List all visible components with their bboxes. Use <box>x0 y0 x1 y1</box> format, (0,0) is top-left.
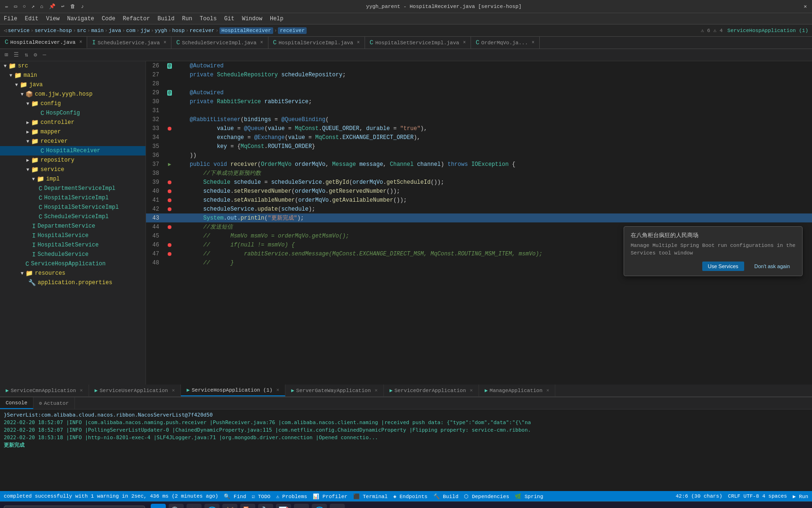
tree-repository[interactable]: ▶ 📁 repository <box>0 156 146 165</box>
tree-schedule-service-impl[interactable]: C ScheduleServiceImpl <box>0 212 146 221</box>
menu-edit[interactable]: Edit <box>21 13 42 24</box>
tab-close-schedule-service-impl[interactable]: × <box>260 40 263 45</box>
menu-build[interactable]: Build <box>154 13 178 24</box>
tree-hospital-service-impl[interactable]: C HospitalServiceImpl <box>0 193 146 203</box>
run-tab-manage-close[interactable]: × <box>546 388 550 393</box>
problems-icon[interactable]: ⚠ Problems <box>276 493 307 500</box>
tree-java[interactable]: ▼ 📁 java <box>0 80 146 90</box>
breadcrumb-com[interactable]: com <box>126 28 136 33</box>
toolbar-icon-close[interactable]: ✕ <box>802 3 808 9</box>
find-icon[interactable]: 🔍 Find <box>224 493 246 500</box>
breadcrumb-hospital-receiver[interactable]: HospitalReceiver <box>219 27 273 34</box>
mapper-arrow[interactable]: ▶ <box>24 129 31 135</box>
menu-window[interactable]: Window <box>238 13 266 24</box>
tree-impl[interactable]: ▼ 📁 impl <box>0 174 146 184</box>
taskbar-app1-icon[interactable]: 🎮 <box>330 504 345 508</box>
menu-git[interactable]: Git <box>220 13 238 24</box>
tree-hospital-service[interactable]: I HospitalService <box>0 231 146 240</box>
breadcrumb-yygh[interactable]: yygh <box>155 28 167 33</box>
java-arrow[interactable]: ▼ <box>13 82 20 88</box>
toolbar-icon-rect[interactable]: ▭ <box>13 3 19 9</box>
toolbar-icon-sound[interactable]: ♪ <box>80 4 86 9</box>
taskbar-settings-icon[interactable]: ⚙ <box>294 504 309 508</box>
breadcrumb-java[interactable]: java <box>109 28 121 33</box>
main-arrow[interactable]: ▼ <box>8 73 14 78</box>
breadcrumb-hosp[interactable]: hosp <box>172 28 185 33</box>
tab-close-schedule-service[interactable]: × <box>163 40 166 45</box>
impl-arrow[interactable]: ▼ <box>30 177 37 182</box>
breadcrumb-src[interactable]: src <box>77 28 86 33</box>
terminal-icon[interactable]: ⬛ Terminal <box>353 493 388 500</box>
breadcrumb-receiver[interactable]: receiver <box>190 28 215 33</box>
tree-schedule-service[interactable]: I ScheduleService <box>0 250 146 259</box>
menu-code[interactable]: Code <box>98 13 119 24</box>
config-arrow[interactable]: ▼ <box>24 101 31 107</box>
console-content[interactable]: }ServerList:com.alibaba.cloud.nacos.ribb… <box>0 410 812 491</box>
toolbar-icon-undo[interactable]: ↩ <box>60 3 66 9</box>
menu-navigate[interactable]: Navigate <box>63 13 98 24</box>
tree-hospconfig[interactable]: C HospConfig <box>0 108 146 118</box>
menu-tools[interactable]: Tools <box>196 13 220 24</box>
editor-grid-icon[interactable]: ⊞ <box>3 50 10 59</box>
run-tab-gateway-close[interactable]: × <box>374 388 378 393</box>
tree-controller[interactable]: ▶ 📁 controller <box>0 118 146 127</box>
run-button[interactable]: ▶ Run <box>793 493 808 500</box>
service-arrow[interactable]: ▼ <box>24 167 31 172</box>
tree-hospitalset-service[interactable]: I HospitalSetService <box>0 240 146 250</box>
run-tab-hosp-close[interactable]: × <box>276 387 280 393</box>
tab-schedule-service-impl[interactable]: C ScheduleServiceImpl.java × <box>171 37 268 49</box>
tab-schedule-service[interactable]: I ScheduleService.java × <box>87 37 171 49</box>
breadcrumb-service[interactable]: service <box>8 28 30 33</box>
tab-close-hospitalset-service-impl[interactable]: × <box>463 40 466 45</box>
tree-main[interactable]: ▼ 📁 main <box>0 71 146 80</box>
build-icon[interactable]: 🔨 Build <box>433 493 459 500</box>
console-tab[interactable]: Console <box>0 397 33 409</box>
taskbar-intellij-icon[interactable]: 🔧 <box>258 504 273 508</box>
tab-hospital-service-impl[interactable]: C HospitalServiceImpl.java × <box>268 37 365 49</box>
run-tab-service-user[interactable]: ▶ ServiceUserApplication × <box>89 385 181 396</box>
taskbar-windows-icon[interactable]: ⊞ <box>151 504 166 508</box>
tree-receiver-folder[interactable]: ▼ 📁 receiver <box>0 137 146 146</box>
breadcrumb-main[interactable]: main <box>91 28 104 33</box>
search-input[interactable] <box>4 506 145 508</box>
tree-application-props[interactable]: 🔧 application.properties <box>0 278 146 287</box>
tree-resources[interactable]: ▼ 📁 resources <box>0 269 146 278</box>
taskbar-files-icon[interactable]: 📁 <box>187 504 202 508</box>
toolbar-icon-anchor[interactable]: ⌂ <box>39 4 45 9</box>
tree-src[interactable]: ▼ 📁 src <box>0 61 146 71</box>
tree-service-hosp-app[interactable]: C ServiceHospApplication <box>0 259 146 269</box>
taskbar-search-icon[interactable]: 🔍 <box>169 504 184 508</box>
editor-minimize-icon[interactable]: — <box>41 51 48 59</box>
taskbar-firefox-icon[interactable]: 🦊 <box>222 504 237 508</box>
use-services-button[interactable]: Use Services <box>702 262 744 271</box>
tab-hospitalset-service-impl[interactable]: C HospitalSetServiceImpl.java × <box>365 37 471 49</box>
profiler-icon[interactable]: 📊 Profiler <box>313 493 347 500</box>
menu-run[interactable]: Run <box>178 13 196 24</box>
run-tab-manage[interactable]: ▶ ManageApplication × <box>479 385 555 396</box>
tree-dept-service-impl[interactable]: C DepartmentServiceImpl <box>0 184 146 193</box>
run-tab-service-hosp[interactable]: ▶ ServiceHospApplication (1) × <box>181 385 285 396</box>
run-tab-user-close[interactable]: × <box>172 388 175 393</box>
run-tab-order-close[interactable]: × <box>470 388 473 393</box>
toolbar-icon-circle[interactable]: ○ <box>21 4 27 9</box>
editor-list-icon[interactable]: ☰ <box>12 50 21 59</box>
endpoints-icon[interactable]: ◈ Endpoints <box>393 493 428 500</box>
run-tab-cmn-close[interactable]: × <box>80 388 83 393</box>
receiver-arrow[interactable]: ▼ <box>24 139 31 144</box>
com-arrow[interactable]: ▼ <box>19 92 25 97</box>
menu-help[interactable]: Help <box>266 13 287 24</box>
spring-icon[interactable]: 🌿 Spring <box>515 493 543 500</box>
taskbar-browser2-icon[interactable]: 🌐 <box>312 504 327 508</box>
menu-view[interactable]: View <box>42 13 64 24</box>
todo-icon[interactable]: ☑ TODO <box>252 493 271 500</box>
tree-mapper[interactable]: ▶ 📁 mapper <box>0 127 146 137</box>
toolbar-icon-trash[interactable]: 🗑 <box>69 3 77 9</box>
tab-order-mqvo[interactable]: C OrderMqVo.ja... × <box>471 37 540 49</box>
toolbar-icon-edit[interactable]: ✏ <box>4 3 10 9</box>
tab-hospital-receiver[interactable]: C HospitalReceiver.java × <box>0 37 87 49</box>
menu-refactor[interactable]: Refactor <box>119 13 154 24</box>
editor-settings-icon[interactable]: ⚙ <box>32 50 39 59</box>
tab-close-order-mqvo[interactable]: × <box>532 40 535 45</box>
breadcrumb-jjw[interactable]: jjw <box>140 28 150 33</box>
code-editor[interactable]: 26 @ @Autowired 27 private ScheduleRepos… <box>146 61 812 385</box>
